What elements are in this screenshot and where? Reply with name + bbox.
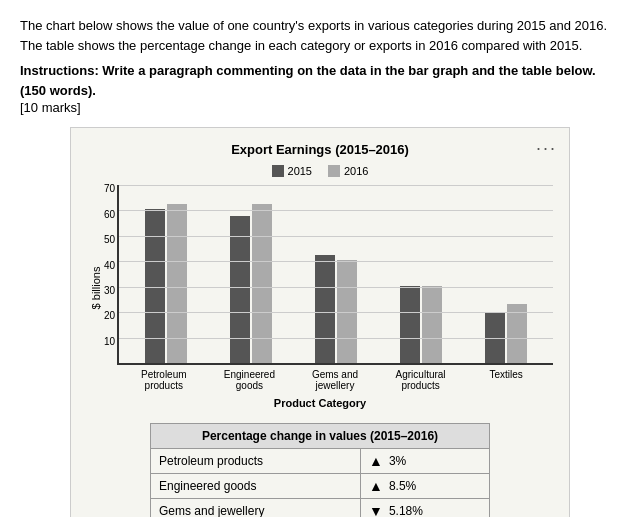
y-tick: 70 (93, 183, 115, 194)
bar-2016 (167, 204, 187, 363)
x-axis-label: Product Category (87, 397, 553, 409)
table-category: Gems and jewellery (151, 499, 361, 518)
arrow-up-icon: ▲ (369, 478, 383, 494)
bar-pair (400, 286, 442, 363)
chart-area: $ billions 70605040302010 Petroleumprodu… (117, 185, 553, 391)
intro-text: The chart below shows the value of one c… (20, 16, 620, 55)
y-tick: 60 (93, 209, 115, 220)
percentage-table: Percentage change in values (2015–2016) … (150, 423, 490, 517)
more-options-button[interactable]: ··· (536, 138, 557, 159)
table-category: Petroleum products (151, 449, 361, 474)
legend-2015-label: 2015 (288, 165, 312, 177)
grid-line (119, 312, 553, 313)
table-value: ▼5.18% (361, 499, 490, 518)
y-tick: 40 (93, 260, 115, 271)
table-row: Petroleum products▲3% (151, 449, 490, 474)
y-tick: 10 (93, 336, 115, 347)
table-wrapper: Percentage change in values (2015–2016) … (87, 423, 553, 517)
bar-pair (230, 204, 272, 363)
chart-container: ··· Export Earnings (2015–2016) 2015 201… (70, 127, 570, 517)
grid-line (119, 236, 553, 237)
bar-2015 (230, 216, 250, 363)
table-row: Gems and jewellery▼5.18% (151, 499, 490, 518)
arrow-up-icon: ▲ (369, 453, 383, 469)
instruction-text: Instructions: Write a paragraph commenti… (20, 61, 620, 100)
bar-pair (145, 204, 187, 363)
x-label: Engineeredgoods (219, 369, 279, 391)
y-tick: 50 (93, 234, 115, 245)
legend-2016-label: 2016 (344, 165, 368, 177)
y-tick: 20 (93, 310, 115, 321)
grid-line (119, 261, 553, 262)
legend-2015-box (272, 165, 284, 177)
percentage-value: 5.18% (389, 504, 423, 517)
x-label: Gems andjewellery (305, 369, 365, 391)
bars-wrapper (119, 185, 553, 363)
table-row: Engineered goods▲8.5% (151, 474, 490, 499)
grid-line (119, 338, 553, 339)
x-label: Agriculturalproducts (391, 369, 451, 391)
chart-inner: 70605040302010 (117, 185, 553, 365)
chart-title: Export Earnings (2015–2016) (87, 142, 553, 157)
legend-2016-box (328, 165, 340, 177)
chart-legend: 2015 2016 (87, 165, 553, 177)
grid-line (119, 185, 553, 186)
x-label: Textiles (476, 369, 536, 391)
legend-2015: 2015 (272, 165, 312, 177)
percentage-value: 8.5% (389, 479, 416, 493)
x-labels: PetroleumproductsEngineeredgoodsGems and… (117, 369, 553, 391)
arrow-down-icon: ▼ (369, 503, 383, 517)
table-header: Percentage change in values (2015–2016) (151, 424, 490, 449)
table-value: ▲3% (361, 449, 490, 474)
table-category: Engineered goods (151, 474, 361, 499)
bar-chart: 70605040302010 PetroleumproductsEngineer… (117, 185, 553, 391)
legend-2016: 2016 (328, 165, 368, 177)
table-value: ▲8.5% (361, 474, 490, 499)
bar-2016 (422, 286, 442, 363)
grid-line (119, 210, 553, 211)
bar-2015 (315, 255, 335, 363)
bar-2016 (252, 204, 272, 363)
percentage-value: 3% (389, 454, 406, 468)
grid-line (119, 287, 553, 288)
bar-pair (315, 255, 357, 363)
marks-text: [10 marks] (20, 100, 620, 115)
y-tick: 30 (93, 285, 115, 296)
bar-2015 (400, 286, 420, 363)
x-label: Petroleumproducts (134, 369, 194, 391)
